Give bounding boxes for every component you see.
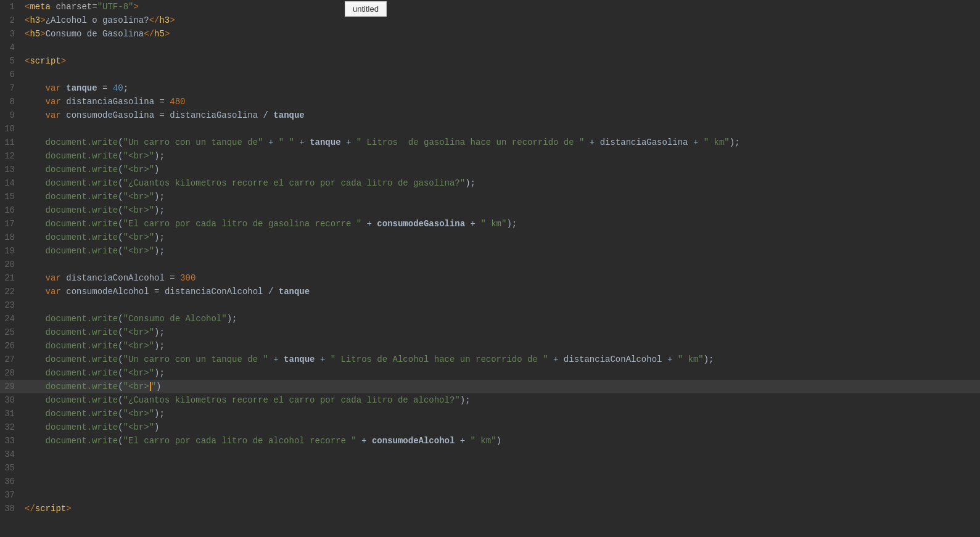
code-line-38: 38 </script> [0,502,980,515]
code-content-18: document.write("<br>"); [25,231,980,244]
line-number-30: 30 [0,393,25,407]
code-content-31: document.write("<br>"); [25,407,980,420]
code-content-3: <h5>Consumo de Gasolina</h5> [25,27,980,41]
code-line-2: 2 <h3>¿Alcohol o gasolina?</h3> [0,14,980,27]
code-line-37: 37 [0,488,980,502]
code-content-5: <script> [25,54,980,68]
code-content-17: document.write("El carro por cada litro … [25,217,980,231]
code-line-9: 9 var consumodeGasolina = distanciaGasol… [0,109,980,122]
line-number-24: 24 [0,312,25,326]
code-line-28: 28 document.write("<br>"); [0,366,980,380]
code-line-19: 19 document.write("<br>"); [0,244,980,258]
code-content-16: document.write("<br>"); [25,203,980,217]
line-number-8: 8 [0,95,25,109]
line-number-1: 1 [0,0,25,14]
code-line-12: 12 document.write("<br>"); [0,149,980,163]
line-number-13: 13 [0,163,25,176]
code-line-4: 4 [0,41,980,54]
line-number-23: 23 [0,298,25,312]
code-content-30: document.write("¿Cuantos kilometros reco… [25,393,980,407]
line-number-38: 38 [0,502,25,515]
code-line-35: 35 [0,461,980,475]
code-content-28: document.write("<br>"); [25,366,980,380]
code-content-26: document.write("<br>"); [25,339,980,353]
code-line-1: 1 <meta charset="UTF-8"> [0,0,980,14]
code-line-8: 8 var distanciaGasolina = 480 [0,95,980,109]
line-number-14: 14 [0,176,25,190]
line-number-6: 6 [0,68,25,81]
code-editor: 1 <meta charset="UTF-8"> 2 <h3>¿Alcohol … [0,0,980,515]
code-line-26: 26 document.write("<br>"); [0,339,980,353]
code-line-34: 34 [0,448,980,461]
code-content-25: document.write("<br>"); [25,326,980,339]
line-number-11: 11 [0,136,25,149]
code-line-7: 7 var tanque = 40; [0,81,980,95]
code-content-24: document.write("Consumo de Alcohol"); [25,312,980,326]
line-number-33: 33 [0,434,25,448]
line-number-34: 34 [0,448,25,461]
code-line-3: 3 <h5>Consumo de Gasolina</h5> [0,27,980,41]
line-number-25: 25 [0,326,25,339]
line-number-3: 3 [0,27,25,41]
line-number-10: 10 [0,122,25,136]
code-line-17: 17 document.write("El carro por cada lit… [0,217,980,231]
code-content-38: </script> [25,502,980,515]
tooltip: untitled [345,1,387,17]
code-line-13: 13 document.write("<br>") [0,163,980,176]
code-content-12: document.write("<br>"); [25,149,980,163]
code-line-14: 14 document.write("¿Cuantos kilometros r… [0,176,980,190]
code-line-10: 10 [0,122,980,136]
line-number-15: 15 [0,190,25,203]
code-line-21: 21 var distanciaConAlcohol = 300 [0,271,980,285]
code-content-7: var tanque = 40; [25,81,980,95]
line-number-18: 18 [0,231,25,244]
line-number-19: 19 [0,244,25,258]
code-content-14: document.write("¿Cuantos kilometros reco… [25,176,980,190]
code-content-32: document.write("<br>") [25,420,980,434]
code-line-32: 32 document.write("<br>") [0,420,980,434]
code-line-30: 30 document.write("¿Cuantos kilometros r… [0,393,980,407]
code-content-1: <meta charset="UTF-8"> [25,0,980,14]
line-number-5: 5 [0,54,25,68]
code-line-20: 20 [0,258,980,271]
code-line-36: 36 [0,475,980,488]
tooltip-text: untitled [353,4,379,14]
code-content-11: document.write("Un carro con un tanque d… [25,136,980,149]
code-line-6: 6 [0,68,980,81]
line-number-31: 31 [0,407,25,420]
code-line-22: 22 var consumodeAlcohol = distanciaConAl… [0,285,980,298]
line-number-12: 12 [0,149,25,163]
line-number-29: 29 [0,380,25,393]
line-number-37: 37 [0,488,25,502]
code-content-8: var distanciaGasolina = 480 [25,95,980,109]
code-content-22: var consumodeAlcohol = distanciaConAlcoh… [25,285,980,298]
code-content-29: document.write("<br>") [25,380,980,393]
code-line-24: 24 document.write("Consumo de Alcohol"); [0,312,980,326]
line-number-26: 26 [0,339,25,353]
code-content-2: <h3>¿Alcohol o gasolina?</h3> [25,14,980,27]
code-line-11: 11 document.write("Un carro con un tanqu… [0,136,980,149]
line-number-4: 4 [0,41,25,54]
code-content-13: document.write("<br>") [25,163,980,176]
line-number-27: 27 [0,353,25,366]
code-line-31: 31 document.write("<br>"); [0,407,980,420]
line-number-7: 7 [0,81,25,95]
code-content-27: document.write("Un carro con un tanque d… [25,353,980,366]
code-line-5: 5 <script> [0,54,980,68]
line-number-22: 22 [0,285,25,298]
line-number-2: 2 [0,14,25,27]
line-number-32: 32 [0,420,25,434]
code-line-29: 29 document.write("<br>") [0,380,980,393]
code-line-27: 27 document.write("Un carro con un tanqu… [0,353,980,366]
code-line-18: 18 document.write("<br>"); [0,231,980,244]
code-line-15: 15 document.write("<br>"); [0,190,980,203]
code-content-21: var distanciaConAlcohol = 300 [25,271,980,285]
line-number-9: 9 [0,109,25,122]
code-content-33: document.write("El carro por cada litro … [25,434,980,448]
line-number-16: 16 [0,203,25,217]
code-line-33: 33 document.write("El carro por cada lit… [0,434,980,448]
line-number-21: 21 [0,271,25,285]
code-content-19: document.write("<br>"); [25,244,980,258]
line-number-17: 17 [0,217,25,231]
code-content-15: document.write("<br>"); [25,190,980,203]
